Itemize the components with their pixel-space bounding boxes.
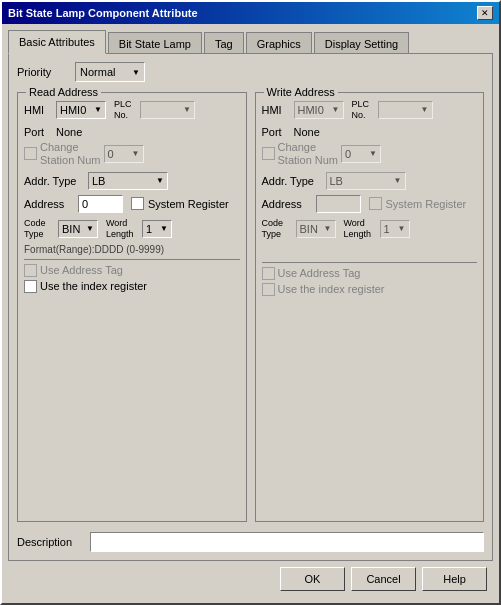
write-addr-type-dropdown[interactable]: LB ▼ xyxy=(326,172,406,190)
read-address-label: Address xyxy=(24,198,74,210)
read-use-address-tag-row: Use Address Tag xyxy=(24,264,240,277)
priority-label: Priority xyxy=(17,66,67,78)
read-address-row: Address System Register xyxy=(24,195,240,213)
read-word-length-arrow: ▼ xyxy=(160,224,168,233)
write-address-title: Write Address xyxy=(264,86,338,98)
read-change-label: ChangeStation Num xyxy=(40,141,101,167)
write-port-value: None xyxy=(294,126,320,138)
read-format-text: Format(Range):DDDD (0-9999) xyxy=(24,244,240,255)
window-title: Bit State Lamp Component Attribute xyxy=(8,7,198,19)
write-word-length-arrow: ▼ xyxy=(398,224,406,233)
write-code-type-dropdown[interactable]: BIN ▼ xyxy=(296,220,336,238)
write-format-spacer xyxy=(262,244,478,258)
main-window: Bit State Lamp Component Attribute ✕ Bas… xyxy=(0,0,501,605)
description-row: Description xyxy=(17,532,484,552)
read-hmi-arrow: ▼ xyxy=(94,105,102,114)
write-use-index-label: Use the index register xyxy=(278,283,385,296)
write-hmi-dropdown[interactable]: HMI0 ▼ xyxy=(294,101,344,119)
read-code-row: CodeType BIN ▼ WordLength 1 ▼ xyxy=(24,218,240,240)
tab-content-area: Priority Normal ▼ Read Address HMI HMI0 xyxy=(8,53,493,561)
write-address-row: Address System Register xyxy=(262,195,478,213)
read-code-type-label: CodeType xyxy=(24,218,54,240)
write-port-row: Port None xyxy=(262,126,478,138)
read-addr-type-label: Addr. Type xyxy=(24,175,84,187)
read-plc-arrow: ▼ xyxy=(183,105,191,114)
title-bar: Bit State Lamp Component Attribute ✕ xyxy=(2,2,499,24)
priority-dropdown[interactable]: Normal ▼ xyxy=(75,62,145,82)
write-system-register-checkbox[interactable] xyxy=(369,197,382,210)
tab-basic-attributes[interactable]: Basic Attributes xyxy=(8,30,106,54)
read-use-address-tag-checkbox[interactable] xyxy=(24,264,37,277)
write-use-address-tag-checkbox[interactable] xyxy=(262,267,275,280)
read-port-label: Port xyxy=(24,126,52,138)
write-use-address-tag-label: Use Address Tag xyxy=(278,267,361,280)
write-word-length-label: WordLength xyxy=(344,218,376,240)
write-use-index-checkbox[interactable] xyxy=(262,283,275,296)
read-code-type-dropdown[interactable]: BIN ▼ xyxy=(58,220,98,238)
write-hmi-label: HMI xyxy=(262,104,290,116)
cancel-button[interactable]: Cancel xyxy=(351,567,416,591)
write-addr-type-row: Addr. Type LB ▼ xyxy=(262,172,478,190)
write-addr-type-arrow: ▼ xyxy=(394,176,402,185)
write-use-index-row: Use the index register xyxy=(262,283,478,296)
read-change-value[interactable]: 0 ▼ xyxy=(104,145,144,163)
write-change-label: ChangeStation Num xyxy=(278,141,339,167)
close-button[interactable]: ✕ xyxy=(477,6,493,20)
read-port-row: Port None xyxy=(24,126,240,138)
description-label: Description xyxy=(17,536,82,548)
read-word-length-dropdown[interactable]: 1 ▼ xyxy=(142,220,172,238)
write-change-row: ChangeStation Num 0 ▼ xyxy=(262,141,478,167)
button-row: OK Cancel Help xyxy=(8,561,493,597)
read-plc-no-dropdown[interactable]: ▼ xyxy=(140,101,195,119)
address-panels: Read Address HMI HMI0 ▼ PLCNo. xyxy=(17,92,484,522)
write-plc-arrow: ▼ xyxy=(421,105,429,114)
tab-bar: Basic Attributes Bit State Lamp Tag Grap… xyxy=(8,30,493,54)
read-plc-no-label: PLCNo. xyxy=(114,99,136,121)
read-addr-type-row: Addr. Type LB ▼ xyxy=(24,172,240,190)
write-system-register-label: System Register xyxy=(386,198,467,210)
write-address-input[interactable] xyxy=(316,195,361,213)
read-hmi-dropdown[interactable]: HMI0 ▼ xyxy=(56,101,106,119)
tab-display-setting[interactable]: Display Setting xyxy=(314,32,409,54)
write-code-row: CodeType BIN ▼ WordLength 1 ▼ xyxy=(262,218,478,240)
priority-row: Priority Normal ▼ xyxy=(17,62,484,82)
write-plc-no-dropdown[interactable]: ▼ xyxy=(378,101,433,119)
write-change-checkbox[interactable] xyxy=(262,147,275,160)
read-address-title: Read Address xyxy=(26,86,101,98)
read-system-register-label: System Register xyxy=(148,198,229,210)
write-change-value[interactable]: 0 ▼ xyxy=(341,145,381,163)
read-use-address-tag-label: Use Address Tag xyxy=(40,264,123,277)
tab-tag[interactable]: Tag xyxy=(204,32,244,54)
write-address-label: Address xyxy=(262,198,312,210)
read-hmi-row: HMI HMI0 ▼ PLCNo. ▼ xyxy=(24,99,240,121)
read-word-length-label: WordLength xyxy=(106,218,138,240)
read-change-checkbox[interactable] xyxy=(24,147,37,160)
read-system-register-checkbox[interactable] xyxy=(131,197,144,210)
read-change-row: ChangeStation Num 0 ▼ xyxy=(24,141,240,167)
write-code-type-label: CodeType xyxy=(262,218,292,240)
read-addr-type-dropdown[interactable]: LB ▼ xyxy=(88,172,168,190)
write-port-label: Port xyxy=(262,126,290,138)
read-use-index-row: Use the index register xyxy=(24,280,240,293)
ok-button[interactable]: OK xyxy=(280,567,345,591)
read-hmi-label: HMI xyxy=(24,104,52,116)
tab-bit-state-lamp[interactable]: Bit State Lamp xyxy=(108,32,202,54)
read-port-value: None xyxy=(56,126,82,138)
description-input[interactable] xyxy=(90,532,484,552)
read-addr-type-arrow: ▼ xyxy=(156,176,164,185)
priority-dropdown-arrow: ▼ xyxy=(132,68,140,77)
read-use-index-label: Use the index register xyxy=(40,280,147,293)
read-use-index-checkbox[interactable] xyxy=(24,280,37,293)
write-code-type-arrow: ▼ xyxy=(324,224,332,233)
write-word-length-dropdown[interactable]: 1 ▼ xyxy=(380,220,410,238)
title-buttons: ✕ xyxy=(477,6,493,20)
read-address-input[interactable] xyxy=(78,195,123,213)
write-address-panel: Write Address HMI HMI0 ▼ PLCNo. xyxy=(255,92,485,522)
tab-graphics[interactable]: Graphics xyxy=(246,32,312,54)
read-code-type-arrow: ▼ xyxy=(86,224,94,233)
write-addr-type-label: Addr. Type xyxy=(262,175,322,187)
write-use-address-tag-row: Use Address Tag xyxy=(262,267,478,280)
write-hmi-arrow: ▼ xyxy=(332,105,340,114)
write-hmi-row: HMI HMI0 ▼ PLCNo. ▼ xyxy=(262,99,478,121)
help-button[interactable]: Help xyxy=(422,567,487,591)
